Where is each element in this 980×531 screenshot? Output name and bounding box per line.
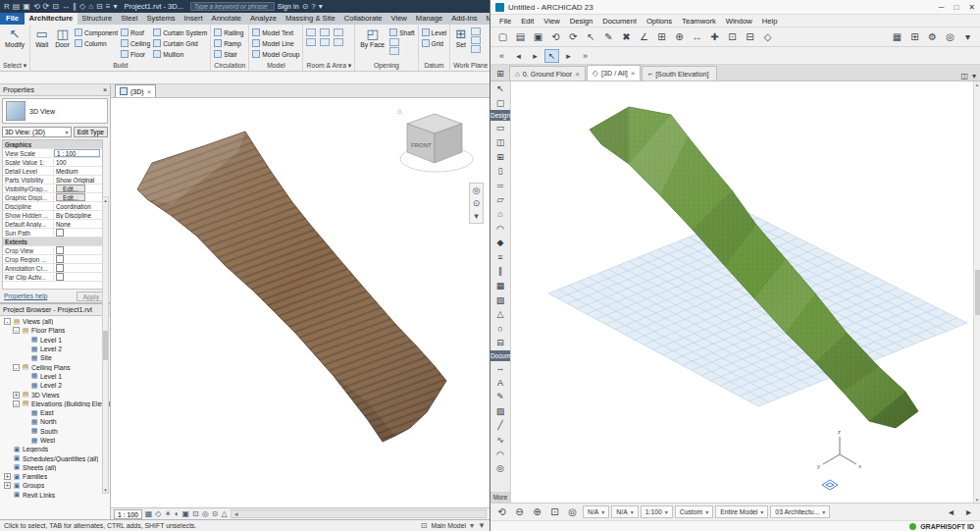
tree-item[interactable]: West: [0, 436, 110, 445]
stair-tool[interactable]: ≡: [490, 250, 510, 265]
tree-item[interactable]: Level 2: [0, 345, 110, 353]
magic-wand-icon[interactable]: ✚: [706, 29, 723, 45]
gravity-icon[interactable]: ⊕: [671, 29, 688, 45]
property-value[interactable]: Edit...: [56, 185, 85, 192]
scroll-right-icon[interactable]: ▸: [960, 504, 977, 520]
column-tool-button[interactable]: Column: [75, 38, 118, 48]
opening-tool[interactable]: ⊟: [490, 336, 510, 350]
properties-scrollbar[interactable]: ▴ ▾: [102, 196, 109, 494]
property-row[interactable]: Graphic Displ... Edit...: [3, 193, 102, 202]
orbit-icon[interactable]: ◎: [564, 504, 581, 520]
horizontal-scrollbar[interactable]: ◄: [231, 509, 487, 518]
viewer-icon[interactable]: [471, 45, 481, 53]
room-tool-icon[interactable]: [306, 28, 316, 36]
toolbox-more-button[interactable]: More: [490, 492, 510, 503]
menu-item[interactable]: Help: [757, 17, 783, 26]
new-file-icon[interactable]: ▢: [494, 29, 511, 45]
measure-icon[interactable]: ↔: [689, 29, 705, 45]
property-value[interactable]: By Discipline: [54, 212, 102, 219]
tree-item[interactable]: Schedules/Quantities (all): [0, 453, 110, 462]
shell-tool[interactable]: ◠: [490, 221, 510, 236]
tab-close-icon[interactable]: ×: [631, 69, 636, 78]
navbar-caret-icon[interactable]: ▾: [474, 211, 479, 221]
pointer-icon[interactable]: ↖: [583, 29, 599, 45]
wall-opening-tool-icon[interactable]: [389, 38, 399, 46]
modify-tool-button[interactable]: ↖ Modify: [3, 27, 26, 48]
model-line-tool-button[interactable]: Model Line: [252, 38, 299, 48]
reveal-hidden-icon[interactable]: ⊙: [212, 509, 219, 518]
level-tool-button[interactable]: Level: [422, 27, 447, 37]
view-scale-button[interactable]: 1 : 100: [114, 509, 142, 519]
window-tool[interactable]: ⊞: [490, 149, 510, 164]
shaft-tool-button[interactable]: Shaft: [389, 27, 414, 37]
element-combo[interactable]: 3D View: (3D) ▾: [2, 127, 72, 137]
arrow-tool[interactable]: ↖: [490, 81, 510, 96]
room-separator-tool-icon[interactable]: [320, 28, 330, 36]
ribbon-tab[interactable]: Collaborate: [339, 13, 387, 25]
polyline-tool[interactable]: ∿: [490, 433, 510, 448]
ceiling-tool-button[interactable]: Ceiling: [121, 38, 150, 48]
tree-expand-icon[interactable]: +: [4, 473, 11, 480]
pen-set-field[interactable]: Custom ▾: [675, 505, 713, 518]
text-tool[interactable]: A: [490, 375, 510, 390]
floor-tool-button[interactable]: Floor: [121, 49, 150, 59]
main-model-dropdown[interactable]: Main Model: [431, 522, 466, 529]
component-tool-button[interactable]: Component: [75, 27, 118, 37]
panel-label-room-area[interactable]: Room & Area ▾: [303, 61, 354, 71]
menu-item[interactable]: Window: [721, 17, 757, 26]
property-row[interactable]: Discipline Coordination: [3, 202, 102, 211]
archicad-3d-canvas[interactable]: z y x: [511, 81, 973, 502]
property-value[interactable]: [54, 264, 102, 272]
scroll-left-icon[interactable]: ◄: [232, 511, 241, 517]
grid-tool-button[interactable]: Grid: [422, 38, 447, 48]
curtain-wall-tool[interactable]: ▦: [490, 279, 510, 293]
help-caret-icon[interactable]: ▾: [319, 3, 323, 11]
property-value[interactable]: [54, 229, 102, 237]
type-selector[interactable]: 3D View: [2, 98, 108, 124]
tree-item[interactable]: - Ceiling Plans: [0, 362, 110, 371]
edit-type-button[interactable]: Edit Type: [74, 127, 108, 137]
column-tool[interactable]: ▯: [490, 164, 510, 179]
tree-item[interactable]: Site: [0, 353, 110, 362]
view-tab[interactable]: ◇ [3D / All] ×: [587, 65, 642, 80]
properties-header[interactable]: Properties ×: [0, 84, 110, 96]
toolbox-section-document[interactable]: Docume: [490, 350, 510, 361]
tree-item[interactable]: + Groups: [0, 481, 110, 490]
sun-path-icon[interactable]: ☀: [165, 509, 172, 518]
snap-guides-icon[interactable]: ∠: [636, 29, 652, 45]
mesh-tool[interactable]: △: [490, 307, 510, 322]
grid-options-icon[interactable]: ⊞: [906, 29, 923, 45]
tab-navigator-icon[interactable]: ⊞: [492, 67, 508, 80]
model-filter-field[interactable]: Entire Model ▾: [715, 505, 768, 518]
undo-icon[interactable]: ⟲: [547, 29, 564, 45]
stair-tool-button[interactable]: Stair: [214, 49, 243, 59]
property-value[interactable]: [54, 246, 102, 254]
property-row[interactable]: Scale Value 1: 100: [3, 158, 102, 167]
curtain-system-tool-button[interactable]: Curtain System: [153, 27, 207, 37]
default-3d-view-icon[interactable]: ⌂: [88, 3, 93, 11]
ramp-tool-button[interactable]: Ramp: [214, 38, 243, 48]
property-value[interactable]: None: [54, 221, 102, 228]
ribbon-tab[interactable]: Systems: [142, 13, 180, 25]
pen-icon[interactable]: ✎: [600, 29, 617, 45]
panel-label-select[interactable]: Select ▾: [0, 61, 29, 71]
ribbon-tab[interactable]: Modify: [482, 13, 490, 25]
main-model-caret-icon[interactable]: ▾: [470, 521, 474, 530]
tag-area-tool-icon[interactable]: [334, 38, 343, 46]
tree-item[interactable]: + 3D Views: [0, 390, 110, 398]
menu-item[interactable]: Teamwork: [677, 17, 721, 26]
fill-tool[interactable]: ▨: [490, 403, 510, 418]
print-icon[interactable]: ⊡: [52, 3, 59, 11]
property-value[interactable]: 100: [54, 159, 102, 166]
tag-room-tool-icon[interactable]: [334, 28, 343, 36]
zoom-tool-icon[interactable]: ⊙: [473, 198, 481, 208]
settings-icon[interactable]: ⚙: [924, 29, 941, 45]
3d-view-icon[interactable]: ◇: [759, 29, 776, 45]
by-face-tool-button[interactable]: ◰ By Face: [358, 27, 387, 48]
property-row[interactable]: Visibility/Grap... Edit...: [3, 185, 102, 193]
toolbox-section-design[interactable]: Design: [490, 110, 510, 121]
tag-icon[interactable]: ◇: [79, 3, 85, 11]
redo-icon[interactable]: ⟳: [565, 29, 582, 45]
property-value[interactable]: Medium: [54, 168, 102, 175]
layer-combination-field[interactable]: 03 Architectu... ▾: [770, 505, 830, 518]
